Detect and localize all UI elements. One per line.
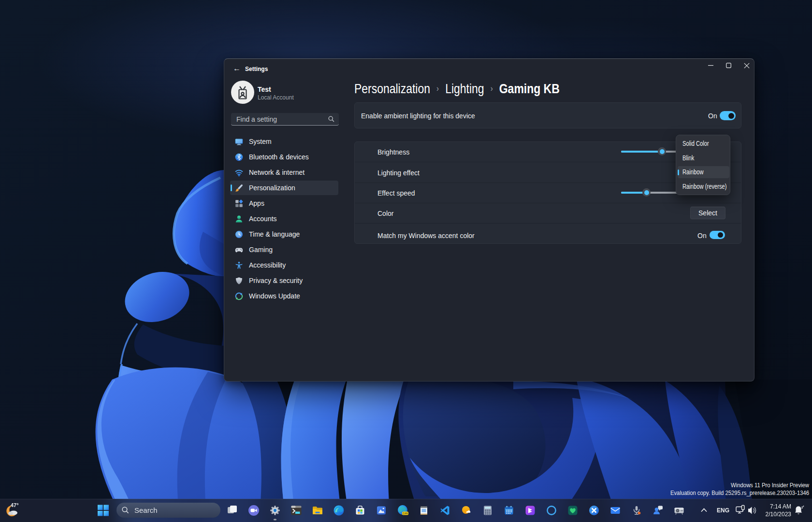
svg-text:z: z [803,505,804,508]
svg-text:CAN: CAN [403,512,408,515]
